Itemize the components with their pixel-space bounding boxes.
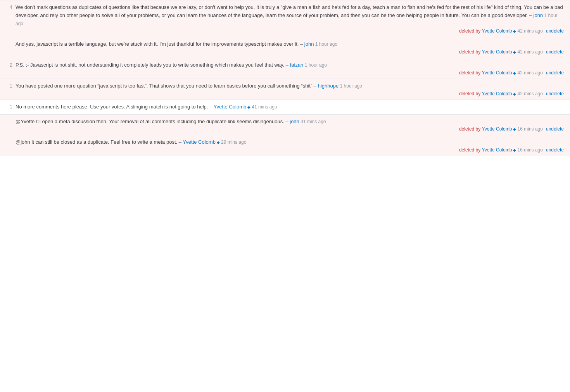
deleted-time: 42 mins ago <box>516 70 543 76</box>
comment-vote: 2 <box>5 61 16 76</box>
comment-vote: 4 <box>5 3 16 34</box>
undelete-link[interactable]: undelete <box>546 126 564 132</box>
comment-vote <box>5 118 16 132</box>
comment-author-link[interactable]: john <box>304 41 314 47</box>
diamond-icon: ◆ <box>216 140 220 144</box>
deleted-by-label: deleted by <box>459 91 482 96</box>
deletion-notice: deleted by Yvette Colomb ◆ 42 mins agoun… <box>16 70 565 76</box>
undelete-link[interactable]: undelete <box>546 70 564 76</box>
comment-item: 1You have posted one more question “java… <box>0 79 570 100</box>
undelete-link[interactable]: undelete <box>546 91 564 96</box>
diamond-icon: ◆ <box>246 105 250 109</box>
deleted-by-author-link[interactable]: Yvette Colomb <box>482 147 512 153</box>
deleted-time: 42 mins ago <box>516 28 543 34</box>
comment-author-link[interactable]: Yvette Colomb ◆ <box>214 104 250 110</box>
comment-item: 1No more comments here please. Use your … <box>0 100 570 114</box>
comment-time: 41 mins ago <box>250 104 277 110</box>
deletion-notice: deleted by Yvette Colomb ◆ 42 mins agoun… <box>16 49 565 55</box>
del-diamond-icon: ◆ <box>512 127 516 131</box>
comment-author-link[interactable]: Yvette Colomb ◆ <box>183 139 219 145</box>
deletion-notice: deleted by Yvette Colomb ◆ 16 mins agoun… <box>16 126 565 132</box>
comment-author-link[interactable]: john <box>534 12 543 18</box>
comment-vote: 1 <box>5 82 16 96</box>
deleted-by-author-link[interactable]: Yvette Colomb <box>482 28 512 34</box>
undelete-link[interactable]: undelete <box>546 49 564 55</box>
comment-body: You have posted one more question “java … <box>16 82 565 96</box>
comment-vote: 1 <box>5 103 16 111</box>
deleted-by-author-link[interactable]: Yvette Colomb <box>482 91 512 96</box>
comment-author-link[interactable]: faizan <box>290 62 304 68</box>
del-diamond-icon: ◆ <box>512 92 516 96</box>
comment-author-link[interactable]: john <box>290 119 299 124</box>
comment-text: @Yvette I'll open a meta discussion then… <box>16 118 565 126</box>
deleted-time: 16 mins ago <box>516 126 543 132</box>
comment-time: 31 mins ago <box>299 119 326 124</box>
deleted-by-label: deleted by <box>459 49 482 55</box>
comment-item: @john it can still be closed as a duplic… <box>0 135 570 156</box>
deletion-notice: deleted by Yvette Colomb ◆ 16 mins agoun… <box>16 147 565 153</box>
deleted-by-label: deleted by <box>459 70 482 76</box>
comment-body: No more comments here please. Use your v… <box>16 103 565 111</box>
comment-body: @john it can still be closed as a duplic… <box>16 138 565 153</box>
comment-author-link[interactable]: highhope <box>318 83 339 89</box>
del-diamond-icon: ◆ <box>512 29 516 33</box>
comment-item: And yes, javascript is a terrible langua… <box>0 37 570 58</box>
deleted-by-author-link[interactable]: Yvette Colomb <box>482 126 512 132</box>
comment-text: No more comments here please. Use your v… <box>16 103 565 111</box>
comments-container: 4We don't mark questions as duplicates o… <box>0 0 570 156</box>
comment-time: 29 mins ago <box>220 139 247 145</box>
del-diamond-icon: ◆ <box>512 71 516 75</box>
comment-time: 1 hour ago <box>339 83 362 89</box>
deleted-time: 42 mins ago <box>516 91 543 96</box>
deleted-by-label: deleted by <box>459 126 482 132</box>
comment-text: P.S. :- Javascript is not shit, not unde… <box>16 61 565 69</box>
comment-text: @john it can still be closed as a duplic… <box>16 138 565 146</box>
comment-item: 2P.S. :- Javascript is not shit, not und… <box>0 58 570 79</box>
comment-body: We don't mark questions as duplicates of… <box>16 3 565 34</box>
comment-body: P.S. :- Javascript is not shit, not unde… <box>16 61 565 76</box>
comment-text: And yes, javascript is a terrible langua… <box>16 40 565 48</box>
deleted-time: 16 mins ago <box>516 147 543 153</box>
deleted-by-label: deleted by <box>459 147 482 153</box>
comment-vote <box>5 40 16 55</box>
comment-time: 1 hour ago <box>303 62 327 68</box>
comment-time: 1 hour ago <box>314 41 337 47</box>
undelete-link[interactable]: undelete <box>546 147 564 153</box>
comment-item: @Yvette I'll open a meta discussion then… <box>0 114 570 135</box>
deletion-notice: deleted by Yvette Colomb ◆ 42 mins agoun… <box>16 91 565 96</box>
comment-item: 4We don't mark questions as duplicates o… <box>0 0 570 37</box>
undelete-link[interactable]: undelete <box>546 28 564 34</box>
del-diamond-icon: ◆ <box>512 148 516 152</box>
deletion-notice: deleted by Yvette Colomb ◆ 42 mins agoun… <box>16 28 565 34</box>
comment-text: You have posted one more question “java … <box>16 82 565 90</box>
del-diamond-icon: ◆ <box>512 50 516 54</box>
comment-text: We don't mark questions as duplicates of… <box>16 3 565 28</box>
deleted-by-author-link[interactable]: Yvette Colomb <box>482 49 512 55</box>
deleted-time: 42 mins ago <box>516 49 543 55</box>
deleted-by-author-link[interactable]: Yvette Colomb <box>482 70 512 76</box>
deleted-by-label: deleted by <box>459 28 482 34</box>
comment-body: And yes, javascript is a terrible langua… <box>16 40 565 55</box>
comment-body: @Yvette I'll open a meta discussion then… <box>16 118 565 132</box>
comment-vote <box>5 138 16 153</box>
